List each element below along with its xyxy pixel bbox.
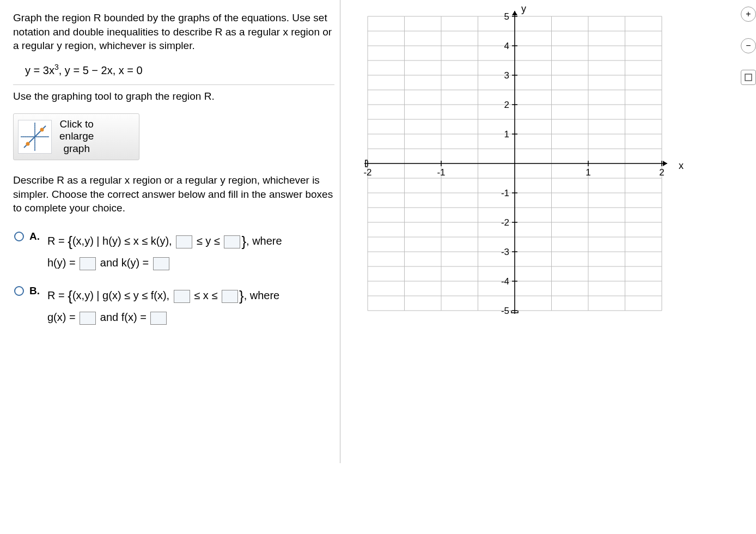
answer-input[interactable] <box>80 312 96 325</box>
svg-text:-3: -3 <box>501 247 509 257</box>
svg-text:-1: -1 <box>501 188 509 198</box>
svg-text:-5: -5 <box>501 306 509 316</box>
answer-input[interactable] <box>150 312 167 325</box>
svg-text:2: 2 <box>504 100 509 110</box>
describe-instruction: Describe R as a regular x region or a re… <box>13 173 334 215</box>
answer-input[interactable] <box>224 235 240 248</box>
svg-text:-2: -2 <box>501 217 509 228</box>
question-panel: Graph the region R bounded by the graphs… <box>0 0 340 463</box>
choice-b-label: B. <box>29 285 40 297</box>
svg-text:-2: -2 <box>363 167 371 178</box>
divider <box>13 84 334 85</box>
given-equations: y = 3x3, y = 5 − 2x, x = 0 <box>25 63 334 77</box>
graph-instruction: Use the graphing tool to graph the regio… <box>13 90 334 102</box>
fullscreen-icon[interactable] <box>741 70 756 85</box>
choice-a-body: R = {(x,y) | h(y) ≤ x ≤ k(y), ≤ y ≤ }, w… <box>47 229 282 272</box>
svg-point-6 <box>40 128 44 131</box>
svg-text:3: 3 <box>504 70 509 81</box>
answer-input[interactable] <box>153 257 169 270</box>
enlarge-graph-button[interactable]: Click to enlarge graph <box>13 113 139 160</box>
svg-marker-40 <box>512 11 517 15</box>
svg-text:5: 5 <box>504 11 509 22</box>
choice-a-label: A. <box>29 230 40 242</box>
svg-text:-1: -1 <box>437 167 445 178</box>
svg-rect-69 <box>745 74 752 81</box>
choice-a: A. R = {(x,y) | h(y) ≤ x ≤ k(y), ≤ y ≤ }… <box>14 229 334 272</box>
svg-text:1: 1 <box>504 129 509 139</box>
coordinate-grid[interactable]: y x -2-11254321-1-2-3-4-5 <box>357 5 673 321</box>
problem-statement: Graph the region R bounded by the graphs… <box>13 11 334 53</box>
radio-a[interactable] <box>14 232 24 241</box>
x-axis-label: x <box>679 160 684 172</box>
graph-thumbnail-icon <box>18 120 52 154</box>
zoom-out-icon[interactable]: − <box>741 38 756 53</box>
svg-text:-4: -4 <box>501 276 509 287</box>
radio-b[interactable] <box>14 286 24 296</box>
choice-b-body: R = {(x,y) | g(x) ≤ y ≤ f(x), ≤ x ≤ }, w… <box>47 284 279 326</box>
choice-b: B. R = {(x,y) | g(x) ≤ y ≤ f(x), ≤ x ≤ }… <box>14 284 334 326</box>
svg-marker-39 <box>663 161 667 166</box>
svg-text:4: 4 <box>504 41 509 51</box>
answer-input[interactable] <box>80 257 96 270</box>
answer-input[interactable] <box>174 290 190 303</box>
answer-input[interactable] <box>176 235 192 248</box>
side-toolbar: + − <box>741 7 756 85</box>
graph-panel: y x -2-11254321-1-2-3-4-5 <box>340 0 756 321</box>
answer-input[interactable] <box>222 290 238 303</box>
enlarge-graph-label: Click to enlarge graph <box>59 118 94 155</box>
svg-text:2: 2 <box>659 167 664 178</box>
zoom-in-icon[interactable]: + <box>741 7 756 22</box>
svg-text:1: 1 <box>586 167 590 178</box>
svg-point-5 <box>26 142 30 145</box>
